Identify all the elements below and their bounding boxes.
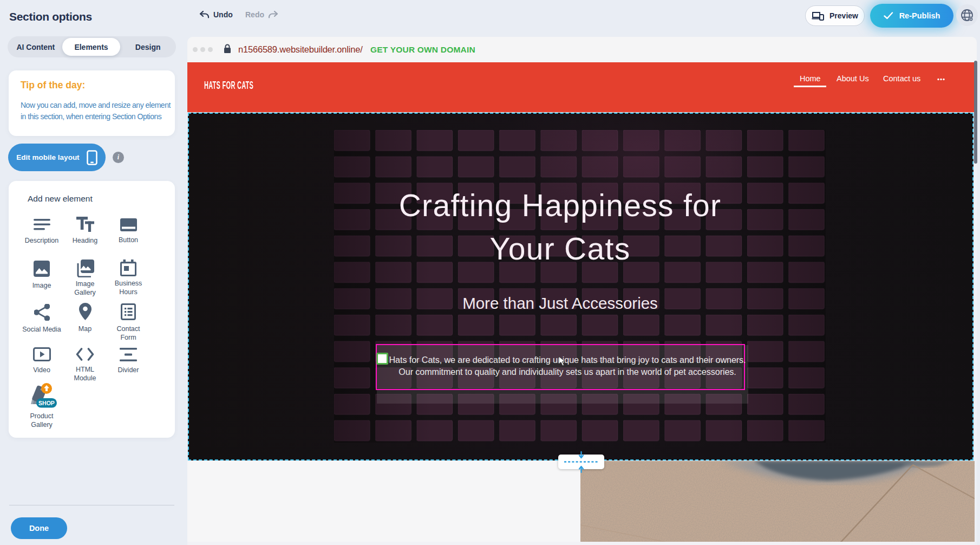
svg-text:SHOP: SHOP: [38, 400, 55, 406]
